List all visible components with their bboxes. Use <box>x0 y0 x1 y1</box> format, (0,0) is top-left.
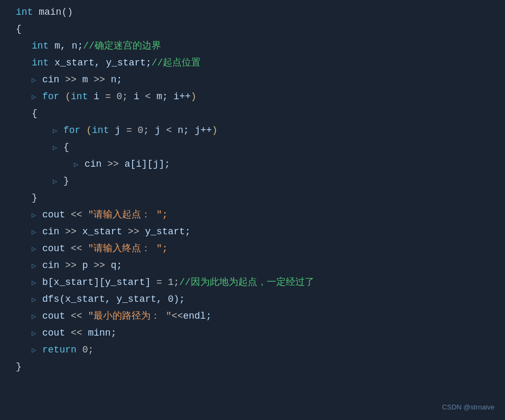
code-line-18: ▷ dfs(x_start, y_start, 0); <box>11 291 505 308</box>
func-main: main() <box>39 4 73 21</box>
code-line-9: ▷ { <box>11 139 505 156</box>
code-line-22: } <box>11 359 505 376</box>
arrow-icon: ▷ <box>32 91 40 104</box>
arrow-icon: ▷ <box>32 74 40 87</box>
code-line-3: int m, n; //确定迷宫的边界 <box>11 38 505 55</box>
code-line-15: ▷ cout << "请输入终点： "; <box>11 241 505 257</box>
watermark: CSDN @strnaive <box>442 402 494 414</box>
code-line-17: ▷ b[x_start][y_start] = 1; //因为此地为起点，一定经… <box>11 274 505 291</box>
code-line-14: ▷ cin >> x_start >> y_start; <box>11 224 505 241</box>
arrow-icon: ▷ <box>53 175 61 188</box>
arrow-icon: ▷ <box>32 276 40 290</box>
code-line-20: ▷ cout << minn; <box>11 325 505 342</box>
keyword-int: int <box>16 4 33 21</box>
arrow-icon: ▷ <box>53 125 61 138</box>
arrow-icon: ▷ <box>32 327 40 340</box>
arrow-icon: ▷ <box>32 243 40 256</box>
code-line-21: ▷ return 0; <box>11 342 505 359</box>
code-line-8: ▷ for ( int j = 0; j < n; j++ ) <box>11 122 505 139</box>
arrow-icon: ▷ <box>32 344 40 357</box>
code-line-5: ▷ cin >> m >> n; <box>11 72 505 89</box>
arrow-icon: ▷ <box>32 226 40 239</box>
code-line-7: { <box>11 106 505 122</box>
arrow-icon: ▷ <box>32 293 40 307</box>
code-line-19: ▷ cout << "最小的路径为： " << endl; <box>11 308 505 325</box>
code-line-11: ▷ } <box>11 173 505 190</box>
code-line-12: } <box>11 190 505 207</box>
arrow-icon: ▷ <box>32 260 40 273</box>
code-editor: int main() { int m, n; //确定迷宫的边界 int x_s… <box>0 0 505 380</box>
code-line-16: ▷ cin >> p >> q; <box>11 257 505 274</box>
code-line-10: ▷ cin >> a[i][j]; <box>11 156 505 173</box>
arrow-icon: ▷ <box>32 209 40 222</box>
arrow-icon: ▷ <box>32 310 40 323</box>
arrow-icon: ▷ <box>74 158 82 171</box>
code-line-13: ▷ cout << "请输入起点： "; <box>11 207 505 224</box>
code-line-6: ▷ for ( int i = 0; i < m; i++ ) <box>11 89 505 106</box>
code-line-1: int main() <box>11 4 505 21</box>
arrow-icon: ▷ <box>53 141 61 155</box>
code-line-2: { <box>11 21 505 38</box>
code-line-4: int x_start, y_start; //起点位置 <box>11 55 505 72</box>
